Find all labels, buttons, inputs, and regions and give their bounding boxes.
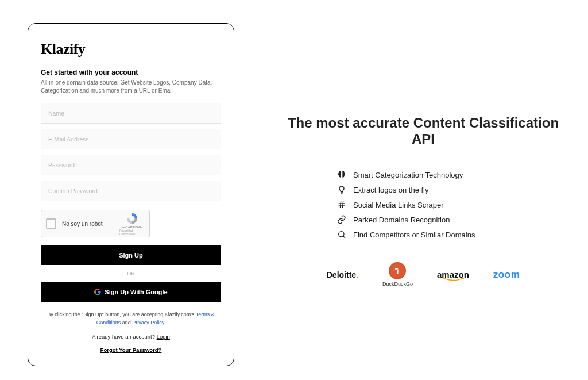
right-panel: The most accurate Content Classification… <box>253 0 588 380</box>
bulb-icon <box>337 185 346 194</box>
svg-line-3 <box>342 201 343 208</box>
email-input[interactable] <box>41 129 221 149</box>
password-input[interactable] <box>41 155 221 175</box>
feature-item: Social Media Links Scraper <box>337 200 509 209</box>
name-input[interactable] <box>41 103 221 124</box>
or-text: OR <box>122 271 140 277</box>
svg-line-2 <box>340 201 341 208</box>
brand-amazon: amazon <box>437 270 469 279</box>
link-icon <box>337 215 346 224</box>
svg-point-6 <box>397 270 399 271</box>
google-signup-button[interactable]: Sign Up With Google <box>41 282 221 302</box>
recaptcha-widget[interactable]: No soy un robot reCAPTCHA Privacidad - C… <box>41 210 150 237</box>
recaptcha-checkbox[interactable] <box>46 218 56 229</box>
signup-card: Klazify Get started with your account Al… <box>28 23 234 366</box>
features-list: Smart Categorization Technology Extract … <box>337 170 509 239</box>
legal-prefix: By clicking the "Sign Up" button, you ar… <box>47 312 195 317</box>
feature-label: Find Competitors or Similar Domains <box>353 231 475 239</box>
brand-logo: Klazify <box>41 41 221 58</box>
privacy-link[interactable]: Privacy Policy <box>132 320 164 325</box>
login-prefix: Already have an account? <box>92 333 157 340</box>
signup-heading: Get started with your account <box>41 68 221 76</box>
feature-label: Extract logos on the fly <box>353 186 429 194</box>
feature-label: Smart Categorization Technology <box>353 171 463 179</box>
feature-item: Parked Domains Recognition <box>337 215 509 224</box>
legal-text: By clicking the "Sign Up" button, you ar… <box>41 311 221 327</box>
duckduckgo-icon <box>389 262 406 279</box>
recaptcha-branding: reCAPTCHA Privacidad - Condiciones <box>119 212 145 236</box>
brand-zoom: zoom <box>493 269 520 281</box>
signup-button[interactable]: Sign Up <box>41 245 221 265</box>
brand-duckduckgo: DuckDuckGo <box>382 262 413 287</box>
feature-label: Parked Domains Recognition <box>353 216 450 224</box>
signup-subheading: All-in-one domain data source. Get Websi… <box>41 79 221 95</box>
or-divider: OR <box>41 271 221 277</box>
legal-suffix: . <box>164 320 166 325</box>
recaptcha-label: No soy un robot <box>62 221 119 227</box>
google-button-label: Sign Up With Google <box>105 289 167 295</box>
brand-logos: Deloitte. DuckDuckGo amazon zoom <box>276 262 571 287</box>
feature-item: Smart Categorization Technology <box>337 170 509 179</box>
feature-label: Social Media Links Scraper <box>353 201 444 209</box>
amazon-smile-icon <box>442 277 466 282</box>
svg-line-5 <box>343 236 345 238</box>
feature-item: Extract logos on the fly <box>337 185 509 194</box>
hero-title: The most accurate Content Classification… <box>276 115 571 147</box>
hash-icon <box>337 200 346 209</box>
svg-point-4 <box>339 232 344 237</box>
confirm-password-input[interactable] <box>41 181 221 201</box>
login-prompt: Already have an account? Login <box>41 333 221 340</box>
brand-deloitte: Deloitte. <box>327 270 358 279</box>
forgot-password-link[interactable]: Forgot Your Password? <box>41 347 221 353</box>
recaptcha-sub-text: Privacidad - Condiciones <box>119 229 145 236</box>
brand-deloitte-text: Deloitte <box>327 270 356 279</box>
login-link[interactable]: Login <box>157 333 170 340</box>
brand-duckduckgo-text: DuckDuckGo <box>382 281 413 287</box>
search-icon <box>337 230 346 239</box>
feature-item: Find Competitors or Similar Domains <box>337 230 509 239</box>
google-icon <box>94 289 101 295</box>
brain-icon <box>337 170 346 179</box>
legal-and: and <box>121 320 132 325</box>
recaptcha-icon <box>126 212 138 225</box>
left-panel: Klazify Get started with your account Al… <box>0 0 253 380</box>
